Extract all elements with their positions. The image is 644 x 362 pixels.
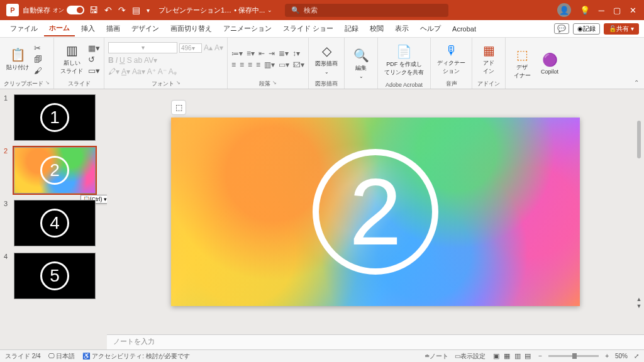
save-icon[interactable]: 🖫 bbox=[89, 5, 98, 15]
slideshow-icon[interactable]: ▤ bbox=[132, 5, 140, 15]
tab-record[interactable]: 記録 bbox=[340, 21, 364, 36]
designer-suggestion-button[interactable]: ⬚ bbox=[171, 100, 186, 115]
minimize-button[interactable]: ─ bbox=[599, 6, 604, 15]
grow-icon[interactable]: A⁺ bbox=[147, 67, 156, 76]
notes-toggle[interactable]: ≐ノート bbox=[425, 352, 448, 361]
toggle-switch[interactable] bbox=[67, 6, 84, 14]
dialog-launcher-icon[interactable]: ↘ bbox=[272, 80, 277, 88]
vertical-scrollbar[interactable]: ▲▼ bbox=[635, 96, 643, 309]
chevron-down-icon[interactable]: ⌄ bbox=[267, 7, 272, 13]
layout-icon[interactable]: ▦▾ bbox=[88, 43, 100, 53]
record-button[interactable]: ◉記録 bbox=[573, 23, 600, 35]
tab-animations[interactable]: アニメーション bbox=[218, 21, 277, 36]
maximize-button[interactable]: ▢ bbox=[613, 6, 621, 15]
slideshow-view-icon[interactable]: ▤ bbox=[525, 352, 531, 359]
qat-overflow-icon[interactable]: ▾ bbox=[147, 7, 150, 14]
tab-insert[interactable]: 挿入 bbox=[76, 21, 100, 36]
align-left-icon[interactable]: ≡ bbox=[231, 60, 236, 69]
redo-icon[interactable]: ↷ bbox=[118, 5, 126, 15]
tab-home[interactable]: ホーム bbox=[44, 21, 75, 36]
italic-icon[interactable]: I bbox=[116, 56, 118, 65]
shapes-button[interactable]: ◇図形描画⌄ bbox=[313, 42, 340, 76]
bullets-icon[interactable]: ≔▾ bbox=[231, 49, 243, 58]
copy-icon[interactable]: 🗐 bbox=[34, 55, 42, 64]
search-box[interactable]: 🔍 検索 bbox=[285, 4, 448, 17]
dialog-launcher-icon[interactable]: ↘ bbox=[176, 80, 180, 88]
fit-to-window-icon[interactable]: ⤢ bbox=[634, 353, 639, 359]
canvas-scroll[interactable]: ⬚ 2 ▲▼ bbox=[107, 89, 644, 334]
autosave-toggle[interactable]: 自動保存 オン bbox=[23, 6, 84, 15]
decrease-font-icon[interactable]: A▾ bbox=[214, 43, 223, 52]
current-slide[interactable]: 2 bbox=[171, 118, 580, 306]
slide-counter[interactable]: スライド 2/4 bbox=[5, 352, 41, 361]
tab-help[interactable]: ヘルプ bbox=[415, 21, 446, 36]
copilot-button[interactable]: 🟣Copilot bbox=[537, 51, 562, 76]
thumb-4[interactable]: 45 bbox=[4, 253, 103, 299]
scrollbar-thumb[interactable] bbox=[637, 121, 641, 158]
indent-inc-icon[interactable]: ⇥ bbox=[269, 49, 275, 58]
tab-design[interactable]: デザイン bbox=[126, 21, 164, 36]
indent-dec-icon[interactable]: ⇤ bbox=[258, 49, 265, 58]
tab-draw[interactable]: 描画 bbox=[101, 21, 125, 36]
tab-acrobat[interactable]: Acrobat bbox=[447, 23, 481, 35]
tab-view[interactable]: 表示 bbox=[390, 21, 414, 36]
text-direction-icon[interactable]: ↕▾ bbox=[292, 49, 300, 58]
lightbulb-icon[interactable]: 💡 bbox=[580, 6, 590, 15]
align-center-icon[interactable]: ≡ bbox=[240, 60, 244, 69]
tab-transitions[interactable]: 画面切り替え bbox=[165, 21, 217, 36]
user-avatar[interactable]: 👤 bbox=[557, 3, 571, 17]
language-indicator[interactable]: 🖵 日本語 bbox=[48, 352, 75, 361]
underline-icon[interactable]: U bbox=[119, 56, 125, 65]
zoom-out-button[interactable]: − bbox=[538, 353, 542, 359]
zoom-in-button[interactable]: + bbox=[605, 353, 609, 359]
line-spacing-icon[interactable]: ≣▾ bbox=[279, 49, 289, 58]
tab-slideshow[interactable]: スライド ショー bbox=[278, 21, 338, 36]
smartart-icon[interactable]: 🗠▾ bbox=[293, 60, 304, 69]
thumb-1[interactable]: 11 bbox=[4, 94, 103, 141]
zoom-slider[interactable] bbox=[548, 355, 599, 357]
reset-icon[interactable]: ↺ bbox=[88, 55, 100, 64]
section-icon[interactable]: ▭▾ bbox=[88, 66, 100, 75]
align-text-icon[interactable]: ▭▾ bbox=[279, 60, 289, 69]
thumb-2[interactable]: 22📋(Ctrl) ▾ bbox=[4, 147, 103, 194]
normal-view-icon[interactable]: ▣ bbox=[493, 352, 499, 359]
align-right-icon[interactable]: ≡ bbox=[248, 60, 252, 69]
spacing-icon[interactable]: AV▾ bbox=[144, 56, 157, 65]
new-slide-button[interactable]: ▥新しい スライド bbox=[58, 41, 86, 77]
notes-pane[interactable]: ノートを入力 bbox=[107, 334, 644, 349]
document-title[interactable]: プレゼンテーション1… • 保存中... ⌄ bbox=[158, 6, 272, 15]
bold-icon[interactable]: B bbox=[108, 56, 114, 65]
next-slide-icon[interactable]: ▼ bbox=[636, 303, 642, 309]
numbering-icon[interactable]: ≡▾ bbox=[247, 49, 255, 58]
prev-slide-icon[interactable]: ▲ bbox=[636, 296, 642, 302]
tab-review[interactable]: 校閲 bbox=[365, 21, 389, 36]
close-button[interactable]: ✕ bbox=[630, 6, 636, 15]
font-color-icon[interactable]: A▾ bbox=[121, 67, 130, 76]
reading-view-icon[interactable]: ▥ bbox=[514, 352, 521, 359]
display-settings[interactable]: ▭表示設定 bbox=[455, 352, 486, 361]
increase-font-icon[interactable]: A▴ bbox=[204, 43, 213, 52]
comments-icon[interactable]: 💬 bbox=[554, 23, 569, 34]
addins-button[interactable]: ▦アド イン bbox=[476, 41, 501, 77]
strike-icon[interactable]: S bbox=[127, 56, 132, 65]
undo-icon[interactable]: ↶ bbox=[104, 5, 112, 15]
share-button[interactable]: 🔓共有 ▾ bbox=[604, 23, 639, 35]
format-painter-icon[interactable]: 🖌 bbox=[34, 66, 42, 75]
dialog-launcher-icon[interactable]: ↘ bbox=[45, 80, 50, 88]
dictate-button[interactable]: 🎙ディクテー ション bbox=[435, 42, 468, 77]
thumb-3[interactable]: 34 bbox=[4, 200, 103, 246]
paste-button[interactable]: 📋貼り付け bbox=[4, 46, 31, 73]
tab-file[interactable]: ファイル bbox=[5, 21, 43, 36]
zoom-level[interactable]: 50% bbox=[615, 353, 628, 359]
shrink-icon[interactable]: A⁻ bbox=[158, 67, 167, 76]
acrobat-button[interactable]: 📄PDF を作成し てリンクを共有 bbox=[382, 43, 426, 78]
columns-icon[interactable]: ▥▾ bbox=[264, 60, 275, 69]
justify-icon[interactable]: ≡ bbox=[256, 60, 260, 69]
editing-button[interactable]: 🔍編集⌄ bbox=[348, 47, 374, 80]
clear-format-icon[interactable]: Aᵩ bbox=[169, 67, 177, 76]
accessibility-checker[interactable]: ♿ アクセシビリティ: 検討が必要です bbox=[82, 352, 189, 361]
designer-button[interactable]: ⬚デザ イナー bbox=[509, 46, 535, 81]
sorter-view-icon[interactable]: ▦ bbox=[504, 352, 510, 359]
font-family-select[interactable]: ▾ bbox=[108, 42, 177, 53]
change-case-icon[interactable]: Aa▾ bbox=[132, 67, 145, 76]
